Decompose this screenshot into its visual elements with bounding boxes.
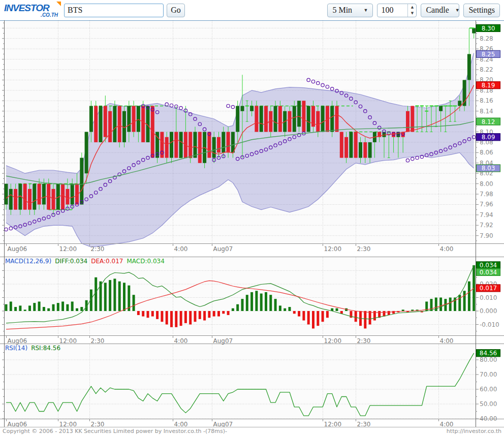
svg-text:4:00: 4:00 — [440, 421, 454, 427]
svg-text:60.00: 60.00 — [480, 386, 497, 393]
copyright-text: Copyright © 2006 - 2013 KK Securities Li… — [3, 428, 227, 434]
svg-text:8.12: 8.12 — [482, 118, 495, 126]
svg-text:8.16: 8.16 — [480, 97, 493, 104]
chevron-down-icon: ▼ — [455, 8, 460, 13]
svg-text:0.010: 0.010 — [480, 294, 497, 301]
svg-text:12:00: 12:00 — [324, 337, 342, 345]
svg-text:2:30: 2:30 — [357, 421, 371, 427]
step-up-icon[interactable]: ▲ — [408, 4, 416, 11]
svg-text:12:00: 12:00 — [59, 245, 77, 253]
stepper-arrows: ▲ ▼ — [407, 4, 416, 17]
logo-triangle-icon — [56, 2, 61, 6]
svg-text:0.017: 0.017 — [480, 285, 497, 292]
svg-text:4:00: 4:00 — [440, 337, 454, 345]
app-root: INVESTOR .CO.TH Go 5 Min ▼ 100 ▲ ▼ Candl… — [0, 0, 504, 435]
svg-text:8.25: 8.25 — [482, 51, 495, 58]
svg-text:7.98: 7.98 — [480, 191, 493, 198]
svg-text:0.034: 0.034 — [480, 269, 497, 276]
svg-text:8.03: 8.03 — [482, 165, 495, 172]
indicator-title-part: MACD(12,26,9) — [5, 258, 51, 265]
symbol-search-input[interactable] — [64, 4, 164, 17]
svg-text:2:30: 2:30 — [357, 337, 371, 345]
svg-text:8.28: 8.28 — [480, 35, 493, 42]
svg-text:Aug06: Aug06 — [8, 421, 27, 427]
svg-text:7.96: 7.96 — [480, 201, 493, 208]
chevron-down-icon: ▼ — [364, 8, 368, 13]
svg-text:2:30: 2:30 — [91, 421, 105, 427]
investor-logo: INVESTOR .CO.TH — [4, 3, 59, 18]
chart-type-value: Candle — [426, 6, 449, 15]
toolbar: INVESTOR .CO.TH Go 5 Min ▼ 100 ▲ ▼ Candl… — [0, 0, 504, 20]
svg-text:2:30: 2:30 — [91, 337, 105, 345]
chart-controls: 5 Min ▼ 100 ▲ ▼ Candle ▼ Settings — [327, 4, 500, 17]
svg-text:Aug07: Aug07 — [213, 421, 233, 427]
indicator-title-part: MACD:0.034 — [127, 258, 164, 265]
rsi-indicator-title: RSI(14)RSI:84.56 — [5, 345, 64, 352]
logo-text: INVESTOR — [4, 3, 59, 13]
svg-text:8.30: 8.30 — [482, 25, 495, 32]
svg-text:7.90: 7.90 — [480, 232, 493, 239]
svg-text:4:00: 4:00 — [440, 245, 454, 253]
svg-text:70.00: 70.00 — [480, 371, 497, 378]
site-url: http://investor.co.th — [447, 428, 501, 434]
settings-button[interactable]: Settings — [463, 4, 500, 17]
svg-text:8.14: 8.14 — [480, 108, 493, 115]
chart-canvas: 8.308.288.268.248.228.208.188.168.148.12… — [0, 20, 504, 427]
svg-text:8.22: 8.22 — [480, 66, 493, 73]
chart-area[interactable]: 8.308.288.268.248.228.208.188.168.148.12… — [0, 20, 504, 427]
svg-text:Aug06: Aug06 — [8, 337, 27, 345]
svg-text:84.56: 84.56 — [480, 350, 497, 357]
svg-text:12:00: 12:00 — [324, 421, 342, 427]
svg-text:4:00: 4:00 — [174, 421, 188, 427]
svg-text:7.94: 7.94 — [480, 211, 493, 219]
step-down-icon[interactable]: ▼ — [408, 10, 416, 17]
macd-indicator-title: MACD(12,26,9)DIFF:0.034DEA:0.017MACD:0.0… — [5, 258, 168, 265]
interval-select[interactable]: 5 Min ▼ — [327, 4, 373, 17]
svg-text:2:30: 2:30 — [91, 245, 105, 253]
svg-text:Aug07: Aug07 — [213, 337, 233, 345]
svg-text:50.00: 50.00 — [480, 400, 497, 408]
indicator-title-part: DEA:0.017 — [91, 258, 123, 265]
indicator-title-part: DIFF:0.034 — [55, 258, 87, 265]
svg-text:12:00: 12:00 — [59, 337, 77, 345]
svg-text:12:00: 12:00 — [324, 245, 342, 253]
svg-text:2:30: 2:30 — [357, 245, 371, 253]
svg-text:4:00: 4:00 — [174, 245, 188, 253]
svg-text:8.19: 8.19 — [482, 82, 495, 89]
svg-text:7.92: 7.92 — [480, 222, 493, 229]
svg-text:12:00: 12:00 — [59, 421, 77, 427]
logo-subtext: .CO.TH — [4, 13, 59, 18]
indicator-title-part: RSI:84.56 — [31, 345, 60, 352]
bars-count-stepper[interactable]: 100 ▲ ▼ — [377, 4, 417, 17]
indicator-title-part: RSI(14) — [5, 345, 27, 352]
bars-count-value: 100 — [377, 6, 407, 15]
svg-text:8.09: 8.09 — [482, 134, 495, 141]
interval-value: 5 Min — [332, 6, 352, 15]
svg-text:0.034: 0.034 — [480, 262, 497, 269]
svg-text:80.00: 80.00 — [480, 356, 497, 363]
go-button[interactable]: Go — [167, 4, 185, 17]
svg-text:0.000: 0.000 — [480, 307, 497, 315]
svg-text:8.06: 8.06 — [480, 149, 493, 156]
chart-type-select[interactable]: Candle ▼ — [421, 4, 459, 17]
svg-text:-0.010: -0.010 — [480, 321, 499, 328]
svg-text:8.00: 8.00 — [480, 180, 493, 188]
svg-text:40.00: 40.00 — [480, 415, 497, 422]
svg-text:4:00: 4:00 — [174, 337, 188, 345]
footer: Copyright © 2006 - 2013 KK Securities Li… — [0, 427, 504, 435]
svg-text:Aug06: Aug06 — [8, 245, 27, 253]
svg-text:Aug07: Aug07 — [213, 245, 233, 253]
